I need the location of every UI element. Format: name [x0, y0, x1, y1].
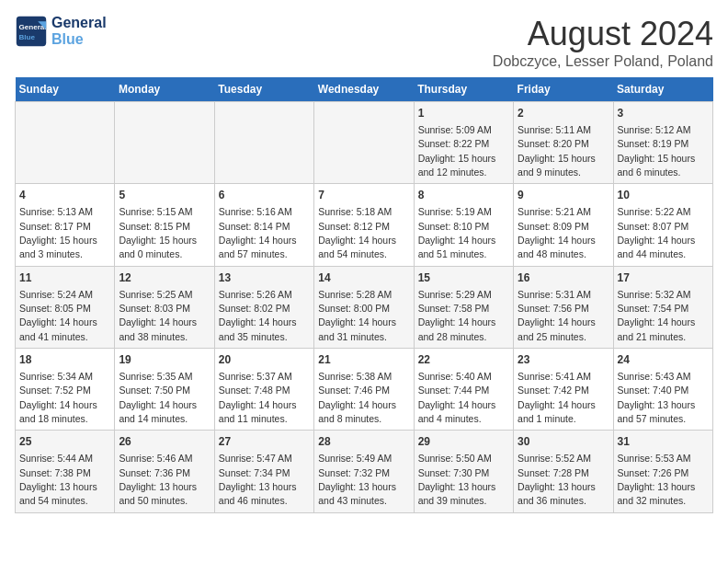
day-cell: 15Sunrise: 5:29 AM Sunset: 7:58 PM Dayli… — [414, 266, 513, 348]
day-number: 22 — [418, 352, 509, 368]
day-cell: 24Sunrise: 5:43 AM Sunset: 7:40 PM Dayli… — [613, 349, 712, 431]
day-cell: 12Sunrise: 5:25 AM Sunset: 8:03 PM Dayli… — [115, 266, 214, 348]
title-section: August 2024 Dobczyce, Lesser Poland, Pol… — [493, 15, 713, 70]
header-saturday: Saturday — [613, 77, 712, 102]
day-number: 6 — [219, 188, 310, 203]
day-cell: 25Sunrise: 5:44 AM Sunset: 7:38 PM Dayli… — [16, 431, 115, 512]
day-cell: 28Sunrise: 5:49 AM Sunset: 7:32 PM Dayli… — [314, 431, 414, 512]
day-cell: 6Sunrise: 5:16 AM Sunset: 8:14 PM Daylig… — [214, 184, 313, 266]
header-wednesday: Wednesday — [314, 77, 414, 102]
day-number: 17 — [618, 270, 709, 286]
day-number: 28 — [318, 434, 409, 450]
day-number: 30 — [518, 434, 609, 450]
day-cell: 19Sunrise: 5:35 AM Sunset: 7:50 PM Dayli… — [115, 349, 214, 431]
day-number: 16 — [518, 270, 609, 286]
day-cell: 5Sunrise: 5:15 AM Sunset: 8:15 PM Daylig… — [115, 184, 214, 266]
day-number: 26 — [119, 434, 210, 450]
day-cell: 2Sunrise: 5:11 AM Sunset: 8:20 PM Daylig… — [514, 102, 613, 184]
page-header: General Blue General Blue August 2024 Do… — [15, 15, 713, 70]
day-number: 14 — [318, 270, 409, 286]
day-info: Sunrise: 5:40 AM Sunset: 7:44 PM Dayligh… — [418, 371, 496, 424]
day-info: Sunrise: 5:24 AM Sunset: 8:05 PM Dayligh… — [19, 289, 97, 342]
day-cell: 18Sunrise: 5:34 AM Sunset: 7:52 PM Dayli… — [16, 349, 115, 431]
header-row: SundayMondayTuesdayWednesdayThursdayFrid… — [16, 77, 713, 102]
day-info: Sunrise: 5:43 AM Sunset: 7:40 PM Dayligh… — [618, 371, 696, 424]
week-row-2: 4Sunrise: 5:13 AM Sunset: 8:17 PM Daylig… — [16, 184, 713, 266]
day-info: Sunrise: 5:12 AM Sunset: 8:19 PM Dayligh… — [618, 124, 696, 178]
day-number: 21 — [318, 352, 409, 368]
day-cell: 20Sunrise: 5:37 AM Sunset: 7:48 PM Dayli… — [214, 349, 313, 431]
day-info: Sunrise: 5:15 AM Sunset: 8:15 PM Dayligh… — [119, 206, 197, 259]
header-thursday: Thursday — [414, 77, 513, 102]
day-number: 18 — [19, 352, 110, 368]
day-number: 8 — [418, 188, 509, 203]
day-info: Sunrise: 5:21 AM Sunset: 8:09 PM Dayligh… — [518, 206, 596, 259]
day-cell — [214, 102, 313, 184]
day-cell: 26Sunrise: 5:46 AM Sunset: 7:36 PM Dayli… — [115, 431, 214, 512]
day-info: Sunrise: 5:13 AM Sunset: 8:17 PM Dayligh… — [19, 206, 97, 259]
day-cell — [314, 102, 414, 184]
main-title: August 2024 — [493, 15, 713, 53]
day-info: Sunrise: 5:37 AM Sunset: 7:48 PM Dayligh… — [219, 371, 297, 424]
day-info: Sunrise: 5:49 AM Sunset: 7:32 PM Dayligh… — [318, 453, 396, 506]
header-sunday: Sunday — [16, 77, 115, 102]
day-number: 23 — [518, 352, 609, 368]
day-info: Sunrise: 5:25 AM Sunset: 8:03 PM Dayligh… — [119, 289, 197, 342]
day-number: 19 — [119, 352, 210, 368]
day-number: 13 — [219, 270, 310, 286]
day-number: 31 — [618, 434, 709, 450]
week-row-1: 1Sunrise: 5:09 AM Sunset: 8:22 PM Daylig… — [16, 102, 713, 184]
day-info: Sunrise: 5:09 AM Sunset: 8:22 PM Dayligh… — [418, 124, 496, 178]
day-info: Sunrise: 5:53 AM Sunset: 7:26 PM Dayligh… — [618, 453, 696, 506]
day-info: Sunrise: 5:35 AM Sunset: 7:50 PM Dayligh… — [119, 371, 197, 424]
day-number: 11 — [19, 270, 110, 286]
day-number: 20 — [219, 352, 310, 368]
day-cell: 14Sunrise: 5:28 AM Sunset: 8:00 PM Dayli… — [314, 266, 414, 348]
day-info: Sunrise: 5:16 AM Sunset: 8:14 PM Dayligh… — [219, 206, 297, 259]
day-number: 25 — [19, 434, 110, 450]
header-tuesday: Tuesday — [214, 77, 313, 102]
logo-text: General Blue — [51, 15, 107, 48]
day-cell: 31Sunrise: 5:53 AM Sunset: 7:26 PM Dayli… — [613, 431, 712, 512]
day-number: 12 — [119, 270, 210, 286]
day-info: Sunrise: 5:22 AM Sunset: 8:07 PM Dayligh… — [618, 206, 696, 259]
day-number: 2 — [518, 106, 609, 121]
day-number: 3 — [618, 106, 709, 121]
day-cell: 10Sunrise: 5:22 AM Sunset: 8:07 PM Dayli… — [613, 184, 712, 266]
svg-text:Blue: Blue — [19, 33, 36, 41]
day-cell: 29Sunrise: 5:50 AM Sunset: 7:30 PM Dayli… — [414, 431, 513, 512]
day-cell: 3Sunrise: 5:12 AM Sunset: 8:19 PM Daylig… — [613, 102, 712, 184]
day-number: 9 — [518, 188, 609, 203]
day-cell: 21Sunrise: 5:38 AM Sunset: 7:46 PM Dayli… — [314, 349, 414, 431]
day-number: 10 — [618, 188, 709, 203]
day-cell — [16, 102, 115, 184]
day-cell: 9Sunrise: 5:21 AM Sunset: 8:09 PM Daylig… — [514, 184, 613, 266]
day-cell: 11Sunrise: 5:24 AM Sunset: 8:05 PM Dayli… — [16, 266, 115, 348]
header-monday: Monday — [115, 77, 214, 102]
calendar-table: SundayMondayTuesdayWednesdayThursdayFrid… — [15, 77, 713, 513]
day-cell: 13Sunrise: 5:26 AM Sunset: 8:02 PM Dayli… — [214, 266, 313, 348]
logo-icon: General Blue — [15, 15, 48, 48]
day-info: Sunrise: 5:38 AM Sunset: 7:46 PM Dayligh… — [318, 371, 396, 424]
logo: General Blue General Blue — [15, 15, 107, 48]
day-number: 24 — [618, 352, 709, 368]
header-friday: Friday — [514, 77, 613, 102]
subtitle: Dobczyce, Lesser Poland, Poland — [493, 53, 713, 70]
day-cell: 22Sunrise: 5:40 AM Sunset: 7:44 PM Dayli… — [414, 349, 513, 431]
day-info: Sunrise: 5:31 AM Sunset: 7:56 PM Dayligh… — [518, 289, 596, 342]
day-info: Sunrise: 5:52 AM Sunset: 7:28 PM Dayligh… — [518, 453, 596, 506]
day-cell: 17Sunrise: 5:32 AM Sunset: 7:54 PM Dayli… — [613, 266, 712, 348]
day-info: Sunrise: 5:11 AM Sunset: 8:20 PM Dayligh… — [518, 124, 596, 178]
day-number: 5 — [119, 188, 210, 203]
day-cell: 1Sunrise: 5:09 AM Sunset: 8:22 PM Daylig… — [414, 102, 513, 184]
day-info: Sunrise: 5:19 AM Sunset: 8:10 PM Dayligh… — [418, 206, 496, 259]
day-info: Sunrise: 5:44 AM Sunset: 7:38 PM Dayligh… — [19, 453, 97, 506]
week-row-4: 18Sunrise: 5:34 AM Sunset: 7:52 PM Dayli… — [16, 349, 713, 431]
day-info: Sunrise: 5:18 AM Sunset: 8:12 PM Dayligh… — [318, 206, 396, 259]
day-number: 29 — [418, 434, 509, 450]
day-info: Sunrise: 5:28 AM Sunset: 8:00 PM Dayligh… — [318, 289, 396, 342]
day-info: Sunrise: 5:26 AM Sunset: 8:02 PM Dayligh… — [219, 289, 297, 342]
day-cell: 30Sunrise: 5:52 AM Sunset: 7:28 PM Dayli… — [514, 431, 613, 512]
day-info: Sunrise: 5:34 AM Sunset: 7:52 PM Dayligh… — [19, 371, 97, 424]
day-info: Sunrise: 5:32 AM Sunset: 7:54 PM Dayligh… — [618, 289, 696, 342]
